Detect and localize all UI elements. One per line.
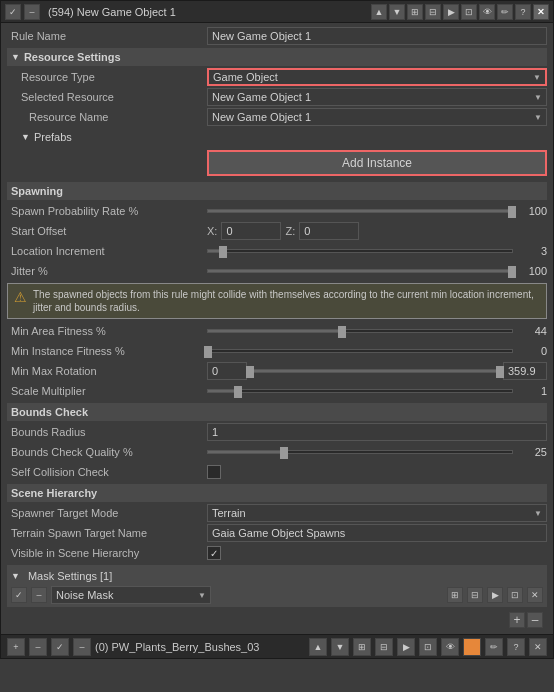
rotation-thumb-right[interactable] — [496, 366, 504, 378]
min-max-rotation-slider — [207, 362, 547, 380]
footer-grid-icon[interactable]: ⊞ — [353, 638, 371, 656]
rotation-max-input[interactable] — [503, 362, 547, 380]
rule-name-input[interactable] — [207, 27, 547, 45]
footer-play-icon[interactable]: ▶ — [397, 638, 415, 656]
play-icon[interactable]: ▶ — [443, 4, 459, 20]
resource-settings-triangle[interactable]: ▼ — [11, 52, 20, 62]
mask-close-icon[interactable]: ✕ — [527, 587, 543, 603]
location-increment-track[interactable] — [207, 249, 513, 253]
resource-settings-header: ▼ Resource Settings — [7, 48, 547, 66]
footer-item-label: (0) PW_Plants_Berry_Bushes_03 — [95, 641, 259, 653]
rotation-min-input[interactable] — [207, 362, 247, 380]
scale-multiplier-track[interactable] — [207, 389, 513, 393]
selected-resource-label: Selected Resource — [7, 91, 207, 103]
jitter-label: Jitter % — [7, 265, 207, 277]
min-instance-fitness-slider-container: 0 — [207, 345, 547, 357]
jitter-thumb[interactable] — [508, 266, 516, 278]
footer-dash-icon[interactable]: – — [73, 638, 91, 656]
noise-mask-label: Noise Mask — [56, 589, 113, 601]
bounds-check-quality-label: Bounds Check Quality % — [7, 446, 207, 458]
min-area-fitness-label: Min Area Fitness % — [7, 325, 207, 337]
footer-view-icon[interactable]: ⊡ — [419, 638, 437, 656]
mask-checkmark-icon[interactable]: ✓ — [11, 587, 27, 603]
min-instance-fitness-value: 0 — [517, 345, 547, 357]
scene-hierarchy-label: Scene Hierarchy — [11, 487, 97, 499]
visible-in-scene-hierarchy-checkbox[interactable] — [207, 546, 221, 560]
bounds-check-quality-track[interactable] — [207, 450, 513, 454]
footer-nav-down-icon[interactable]: ▼ — [331, 638, 349, 656]
spawn-probability-thumb[interactable] — [508, 206, 516, 218]
prefabs-triangle[interactable]: ▼ — [21, 132, 30, 142]
edit-icon[interactable]: ✏ — [497, 4, 513, 20]
bounds-check-quality-fill — [208, 451, 284, 453]
resource-name-dropdown[interactable]: New Game Object 1 ▼ — [207, 108, 547, 126]
rotation-track[interactable] — [249, 369, 501, 373]
self-collision-check-checkbox[interactable] — [207, 465, 221, 479]
visible-in-scene-hierarchy-label: Visible in Scene Hierarchy — [7, 547, 207, 559]
mask-view-icon[interactable]: ⊡ — [507, 587, 523, 603]
title-bar: ✓ – (594) New Game Object 1 ▲ ▼ ⊞ ⊟ ▶ ⊡ … — [1, 1, 553, 23]
grid-icon[interactable]: ⊞ — [407, 4, 423, 20]
selected-resource-row: Selected Resource New Game Object 1 ▼ — [7, 88, 547, 106]
mask-play-icon[interactable]: ▶ — [487, 587, 503, 603]
add-instance-button[interactable]: Add Instance — [207, 150, 547, 176]
resource-type-dropdown[interactable]: Game Object ▼ — [207, 68, 547, 86]
minus-grid-icon[interactable]: ⊟ — [425, 4, 441, 20]
footer-help-icon[interactable]: ? — [507, 638, 525, 656]
spawner-target-mode-dropdown[interactable]: Terrain ▼ — [207, 504, 547, 522]
nav-up-icon[interactable]: ▲ — [371, 4, 387, 20]
view-icon[interactable]: ⊡ — [461, 4, 477, 20]
jitter-track[interactable] — [207, 269, 513, 273]
jitter-fill — [208, 270, 512, 272]
visible-in-scene-hierarchy-row: Visible in Scene Hierarchy — [7, 544, 547, 562]
footer-edit-icon[interactable]: ✏ — [485, 638, 503, 656]
selected-resource-dropdown[interactable]: New Game Object 1 ▼ — [207, 88, 547, 106]
footer-checkmark-icon[interactable]: ✓ — [51, 638, 69, 656]
spawn-probability-fill — [208, 210, 512, 212]
bounds-check-quality-thumb[interactable] — [280, 447, 288, 459]
footer-nav-up-icon[interactable]: ▲ — [309, 638, 327, 656]
bounds-radius-input[interactable] — [207, 423, 547, 441]
spawn-probability-value: 100 — [517, 205, 547, 217]
scale-multiplier-thumb[interactable] — [234, 386, 242, 398]
min-instance-fitness-thumb[interactable] — [204, 346, 212, 358]
start-offset-z-input[interactable] — [299, 222, 359, 240]
footer-plus-button[interactable]: + — [7, 638, 25, 656]
footer-eye-icon[interactable]: 👁 — [441, 638, 459, 656]
resource-name-row: Resource Name New Game Object 1 ▼ — [7, 108, 547, 126]
min-area-fitness-track[interactable] — [207, 329, 513, 333]
mask-plus-button[interactable]: + — [509, 612, 525, 628]
warning-box: ⚠ The spawned objects from this rule mig… — [7, 283, 547, 319]
mask-settings-triangle[interactable]: ▼ — [11, 571, 20, 581]
noise-mask-dropdown[interactable]: Noise Mask ▼ — [51, 586, 211, 604]
eye-icon[interactable]: 👁 — [479, 4, 495, 20]
mask-dash-icon[interactable]: – — [31, 587, 47, 603]
mask-grid-icon[interactable]: ⊞ — [447, 587, 463, 603]
jitter-value: 100 — [517, 265, 547, 277]
bounds-radius-label: Bounds Radius — [7, 426, 207, 438]
resource-type-label: Resource Type — [7, 71, 207, 83]
min-max-rotation-row: Min Max Rotation — [7, 362, 547, 380]
bounds-check-quality-value: 25 — [517, 446, 547, 458]
location-increment-thumb[interactable] — [219, 246, 227, 258]
mask-minus-button[interactable]: – — [527, 612, 543, 628]
footer-close-icon[interactable]: ✕ — [529, 638, 547, 656]
mask-minus-grid-icon[interactable]: ⊟ — [467, 587, 483, 603]
dash-icon[interactable]: – — [24, 4, 40, 20]
nav-down-icon[interactable]: ▼ — [389, 4, 405, 20]
checkmark-icon[interactable]: ✓ — [5, 4, 21, 20]
footer-minus-button[interactable]: – — [29, 638, 47, 656]
min-area-fitness-thumb[interactable] — [338, 326, 346, 338]
rotation-thumb-left[interactable] — [246, 366, 254, 378]
spawn-probability-track[interactable] — [207, 209, 513, 213]
terrain-spawn-target-name-input[interactable] — [207, 524, 547, 542]
footer-minus-grid-icon[interactable]: ⊟ — [375, 638, 393, 656]
color-swatch[interactable] — [463, 638, 481, 656]
close-icon[interactable]: ✕ — [533, 4, 549, 20]
min-instance-fitness-track[interactable] — [207, 349, 513, 353]
scene-hierarchy-header: Scene Hierarchy — [7, 484, 547, 502]
resource-type-value: Game Object — [213, 71, 278, 83]
help-icon[interactable]: ? — [515, 4, 531, 20]
mask-row: ✓ – Noise Mask ▼ ⊞ ⊟ ▶ ⊡ ✕ — [11, 585, 543, 605]
start-offset-x-input[interactable] — [221, 222, 281, 240]
